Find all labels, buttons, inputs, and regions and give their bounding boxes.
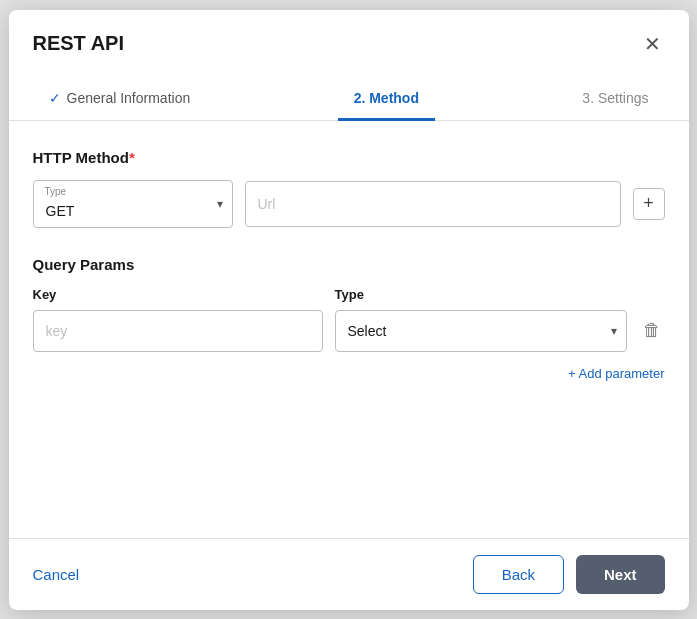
tab-settings[interactable]: 3. Settings <box>566 82 664 121</box>
dialog-title: REST API <box>33 32 125 55</box>
plus-icon: + <box>643 193 654 214</box>
key-column-header: Key <box>33 287 323 302</box>
tab-general-information[interactable]: ✓ General Information <box>33 82 207 121</box>
type-column-header: Type <box>335 287 665 302</box>
type-param-select-wrapper: Select String Number Boolean Array ▾ <box>335 310 627 352</box>
http-method-select[interactable]: GET POST PUT DELETE PATCH <box>33 180 233 228</box>
dialog-body: HTTP Method* Type GET POST PUT DELETE PA… <box>9 121 689 538</box>
tab-bar: ✓ General Information 2. Method 3. Setti… <box>9 66 689 121</box>
tab-method[interactable]: 2. Method <box>338 82 435 121</box>
type-param-select[interactable]: Select String Number Boolean Array <box>335 310 627 352</box>
query-params-title: Query Params <box>33 256 665 273</box>
url-input-wrapper <box>245 181 621 227</box>
url-input[interactable] <box>245 181 621 227</box>
http-method-section-title: HTTP Method* <box>33 149 665 166</box>
tab-settings-label: 3. Settings <box>582 90 648 106</box>
tab-general-label: General Information <box>67 90 191 106</box>
next-button[interactable]: Next <box>576 555 665 594</box>
close-button[interactable]: ✕ <box>640 30 665 58</box>
close-icon: ✕ <box>644 33 661 55</box>
add-parameter-row: + Add parameter <box>33 352 665 389</box>
delete-param-button[interactable]: 🗑 <box>639 316 665 345</box>
dialog-header: REST API ✕ <box>9 10 689 58</box>
back-button[interactable]: Back <box>473 555 564 594</box>
cancel-button[interactable]: Cancel <box>33 566 80 583</box>
key-input[interactable] <box>33 310 323 352</box>
footer-right: Back Next <box>473 555 665 594</box>
dialog-footer: Cancel Back Next <box>9 538 689 610</box>
http-method-row: Type GET POST PUT DELETE PATCH ▾ + <box>33 180 665 228</box>
query-params-section: Query Params Key Type Select String Numb… <box>33 256 665 389</box>
add-url-button[interactable]: + <box>633 188 665 220</box>
rest-api-dialog: REST API ✕ ✓ General Information 2. Meth… <box>9 10 689 610</box>
params-header-row: Key Type <box>33 287 665 302</box>
check-icon: ✓ <box>49 90 61 106</box>
tab-method-label: 2. Method <box>354 90 419 106</box>
add-parameter-button[interactable]: + Add parameter <box>568 366 664 381</box>
type-select-wrapper: Type GET POST PUT DELETE PATCH ▾ <box>33 180 233 228</box>
params-data-row: Select String Number Boolean Array ▾ 🗑 <box>33 310 665 352</box>
trash-icon: 🗑 <box>643 320 661 340</box>
